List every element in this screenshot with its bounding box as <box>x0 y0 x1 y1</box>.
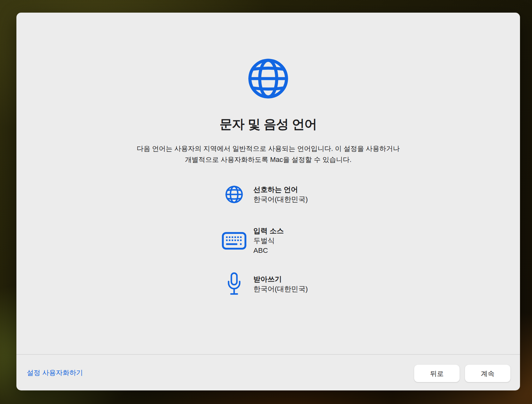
microphone-icon <box>221 272 247 296</box>
list-item-dictation: 받아쓰기 한국어(대한민국) <box>221 272 308 296</box>
list-item-text: 선호하는 언어 한국어(대한민국) <box>247 185 308 204</box>
item-value: 한국어(대한민국) <box>253 284 308 294</box>
list-item-input-sources: 입력 소스 두벌식 ABC <box>221 226 284 255</box>
footer-buttons: 뒤로 계속 <box>414 365 511 382</box>
list-item-text: 입력 소스 두벌식 ABC <box>247 226 284 255</box>
footer-divider <box>16 354 520 355</box>
page-description: 다음 언어는 사용자의 지역에서 일반적으로 사용되는 언어입니다. 이 설정을… <box>16 143 520 165</box>
customize-settings-link[interactable]: 설정 사용자화하기 <box>27 368 83 377</box>
list-item-text: 받아쓰기 한국어(대한민국) <box>247 274 308 294</box>
back-button[interactable]: 뒤로 <box>414 365 460 382</box>
item-value: ABC <box>253 246 284 255</box>
page-description-line2: 개별적으로 사용자화하도록 Mac을 설정할 수 있습니다. <box>16 154 520 165</box>
desktop-background: { "window": { "header": { "title": "문자 및… <box>0 0 532 404</box>
page-title: 문자 및 음성 언어 <box>16 116 520 133</box>
globe-icon <box>221 185 247 204</box>
item-label: 입력 소스 <box>253 226 284 236</box>
continue-button[interactable]: 계속 <box>465 365 511 382</box>
globe-hero-icon <box>246 57 290 100</box>
item-label: 받아쓰기 <box>253 274 308 284</box>
item-value: 한국어(대한민국) <box>253 194 308 204</box>
setup-assistant-window: 문자 및 음성 언어 다음 언어는 사용자의 지역에서 일반적으로 사용되는 언… <box>16 13 520 390</box>
list-item-preferred-language: 선호하는 언어 한국어(대한민국) <box>221 185 308 204</box>
keyboard-icon <box>221 232 247 250</box>
page-description-line1: 다음 언어는 사용자의 지역에서 일반적으로 사용되는 언어입니다. 이 설정을… <box>16 143 520 154</box>
item-label: 선호하는 언어 <box>253 185 308 194</box>
item-value: 두벌식 <box>253 236 284 246</box>
